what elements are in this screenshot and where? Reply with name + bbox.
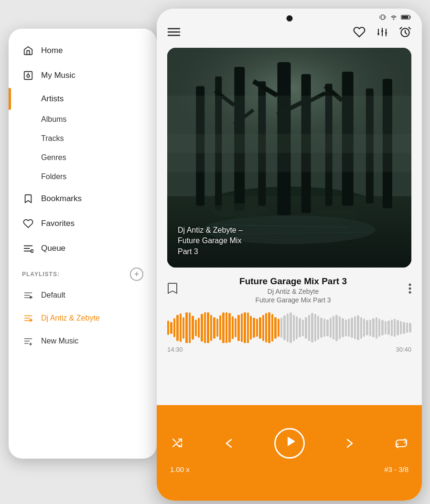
waveform-bar[interactable] bbox=[268, 312, 270, 343]
waveform-bar[interactable] bbox=[363, 319, 365, 337]
nav-sub-folders[interactable]: Folders bbox=[9, 167, 157, 186]
waveform-bar[interactable] bbox=[262, 315, 264, 341]
waveform-bar[interactable] bbox=[409, 323, 411, 332]
waveform-bar[interactable] bbox=[170, 322, 172, 334]
nav-item-favorites[interactable]: Favorites bbox=[9, 211, 157, 236]
bookmark-track-button[interactable] bbox=[167, 282, 178, 298]
waveform-bar[interactable] bbox=[339, 316, 341, 339]
prev-button[interactable] bbox=[223, 437, 236, 450]
waveform-bar[interactable] bbox=[330, 318, 332, 338]
waveform-bar[interactable] bbox=[201, 314, 203, 342]
waveform-bar[interactable] bbox=[348, 319, 350, 337]
waveform-bar[interactable] bbox=[387, 321, 389, 335]
waveform-bar[interactable] bbox=[226, 312, 227, 343]
waveform-bar[interactable] bbox=[271, 314, 273, 342]
waveform-bar[interactable] bbox=[274, 317, 276, 339]
waveform-bar[interactable] bbox=[385, 321, 387, 334]
waveform-bar[interactable] bbox=[237, 315, 239, 341]
waveform-bar[interactable] bbox=[235, 318, 236, 337]
waveform-bar[interactable] bbox=[317, 316, 319, 340]
waveform-bar[interactable] bbox=[216, 319, 218, 337]
waveform-bar[interactable] bbox=[185, 312, 187, 343]
shuffle-button[interactable] bbox=[170, 437, 184, 450]
alarm-button[interactable] bbox=[399, 26, 411, 41]
waveform-bar[interactable] bbox=[293, 315, 295, 341]
waveform-bar[interactable] bbox=[400, 321, 402, 334]
waveform-bar[interactable] bbox=[351, 318, 353, 338]
nav-sub-tracks[interactable]: Tracks bbox=[9, 129, 157, 148]
waveform-bar[interactable] bbox=[228, 313, 230, 343]
waveform-bar[interactable] bbox=[394, 319, 396, 337]
waveform-bar[interactable] bbox=[296, 316, 298, 339]
waveform-bar[interactable] bbox=[278, 319, 280, 337]
play-button[interactable] bbox=[274, 428, 305, 459]
waveform-bar[interactable] bbox=[222, 312, 224, 343]
waveform-bar[interactable] bbox=[378, 319, 380, 337]
nav-sub-albums[interactable]: Albums bbox=[9, 110, 157, 129]
waveform-bar[interactable] bbox=[391, 320, 393, 336]
waveform-bar[interactable] bbox=[207, 312, 209, 343]
waveform-bar[interactable] bbox=[333, 316, 334, 340]
waveform-bar[interactable] bbox=[195, 320, 197, 336]
waveform-bar[interactable] bbox=[403, 322, 405, 334]
waveform-bar[interactable] bbox=[366, 320, 368, 335]
waveform-bar[interactable] bbox=[198, 318, 200, 338]
playlist-item-dj-antiz[interactable]: Dj Antiz & Zebyte bbox=[9, 307, 157, 330]
waveform-bar[interactable] bbox=[320, 318, 322, 338]
waveform-bar[interactable] bbox=[173, 318, 175, 337]
waveform-bar[interactable] bbox=[180, 313, 182, 342]
nav-sub-artists[interactable]: Artists bbox=[9, 88, 157, 110]
repeat-button[interactable] bbox=[394, 437, 408, 450]
waveform-bar[interactable] bbox=[326, 320, 328, 336]
heart-button[interactable] bbox=[353, 26, 366, 41]
waveform-bar[interactable] bbox=[213, 317, 215, 339]
waveform-bar[interactable] bbox=[256, 319, 258, 337]
waveform-bar[interactable] bbox=[345, 320, 347, 336]
waveform-bar[interactable] bbox=[397, 320, 398, 335]
waveform-bar[interactable] bbox=[192, 316, 194, 340]
waveform-bar[interactable] bbox=[241, 313, 243, 342]
waveform-bar[interactable] bbox=[287, 313, 289, 342]
waveform-bar[interactable] bbox=[357, 315, 359, 340]
waveform-bar[interactable] bbox=[381, 320, 383, 335]
playlist-item-new-music[interactable]: New Music bbox=[9, 330, 157, 353]
waveform-bar[interactable] bbox=[302, 320, 304, 336]
nav-item-bookmarks[interactable]: Bookmarks bbox=[9, 186, 157, 211]
waveform-bar[interactable] bbox=[308, 315, 310, 341]
waveform-bar[interactable] bbox=[372, 318, 374, 337]
waveform-bar[interactable] bbox=[354, 316, 356, 339]
nav-sub-genres[interactable]: Genres bbox=[9, 148, 157, 167]
add-playlist-button[interactable]: + bbox=[130, 268, 143, 281]
waveform-bar[interactable] bbox=[232, 316, 234, 339]
waveform-bar[interactable] bbox=[250, 316, 252, 340]
next-button[interactable] bbox=[343, 437, 356, 450]
playlist-item-default[interactable]: Default bbox=[9, 284, 157, 307]
waveform-bar[interactable] bbox=[189, 312, 191, 343]
waveform-bar[interactable] bbox=[290, 312, 291, 343]
waveform-bar[interactable] bbox=[259, 317, 261, 339]
equalizer-button[interactable] bbox=[376, 26, 388, 41]
waveform-bar[interactable] bbox=[283, 315, 285, 340]
waveform-bar[interactable] bbox=[406, 322, 408, 333]
waveform-bar[interactable] bbox=[376, 317, 377, 339]
waveform-bar[interactable] bbox=[311, 313, 313, 343]
waveform-bar[interactable] bbox=[299, 318, 301, 337]
waveform-bar[interactable] bbox=[167, 321, 169, 335]
waveform[interactable] bbox=[167, 312, 411, 343]
waveform-bar[interactable] bbox=[219, 315, 221, 340]
track-more-button[interactable] bbox=[408, 283, 411, 297]
nav-item-queue[interactable]: Queue bbox=[9, 236, 157, 261]
nav-item-home[interactable]: Home bbox=[9, 38, 157, 63]
waveform-bar[interactable] bbox=[360, 317, 362, 339]
waveform-bar[interactable] bbox=[247, 312, 249, 343]
waveform-bar[interactable] bbox=[265, 313, 267, 343]
waveform-bar[interactable] bbox=[176, 315, 178, 341]
waveform-bar[interactable] bbox=[369, 320, 371, 336]
waveform-bar[interactable] bbox=[210, 315, 212, 341]
waveform-bar[interactable] bbox=[323, 319, 325, 337]
waveform-bar[interactable] bbox=[335, 315, 337, 341]
waveform-bar[interactable] bbox=[305, 317, 307, 339]
waveform-bar[interactable] bbox=[342, 318, 344, 337]
waveform-bar[interactable] bbox=[280, 318, 282, 338]
waveform-bar[interactable] bbox=[183, 317, 184, 339]
